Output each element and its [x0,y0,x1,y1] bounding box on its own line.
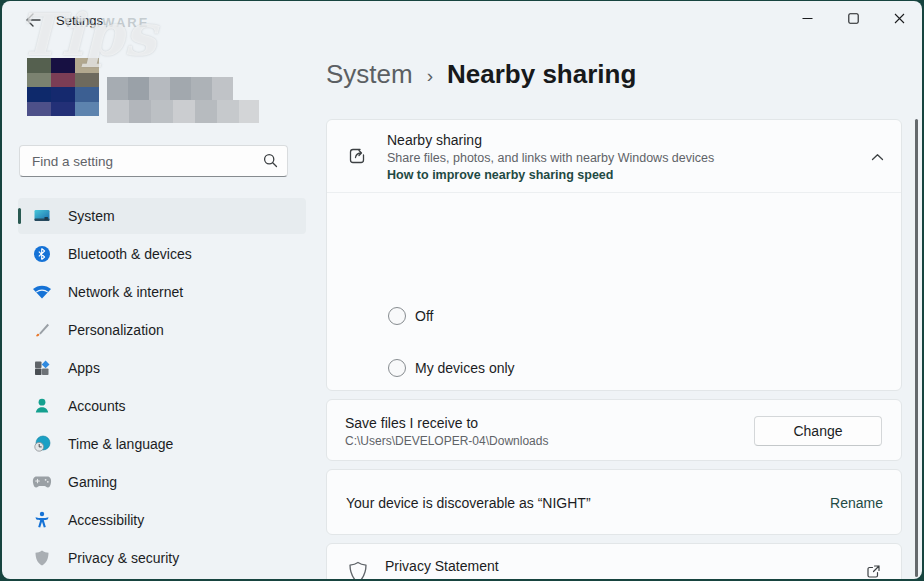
gaming-icon [32,472,52,492]
main-content: System › Nearby sharing Nearby sharing S… [326,1,902,579]
app-title: Settings [56,13,103,28]
radio-circle[interactable] [388,307,406,325]
sidebar-nav: System Bluetooth & devices Network & int… [2,196,322,578]
sidebar-item-privacy-security[interactable]: Privacy & security [18,540,306,576]
nearby-sharing-options: Off My devices only Everyone nearby [327,192,901,390]
back-button[interactable] [16,8,50,36]
privacy-statement-title: Privacy Statement [385,558,499,574]
sidebar-item-accounts[interactable]: Accounts [18,388,306,424]
privacy-statement-card[interactable]: Privacy Statement Understand how Microso… [326,543,902,579]
sidebar-item-label: Accounts [68,398,126,414]
radio-circle[interactable] [388,359,406,377]
nearby-sharing-header[interactable]: Nearby sharing Share files, photos, and … [327,120,901,192]
privacy-statement-description: Understand how Microsoft uses your data … [385,577,807,579]
radio-label: Off [415,308,433,324]
sidebar: System Bluetooth & devices Network & int… [2,41,322,579]
sidebar-item-gaming[interactable]: Gaming [18,464,306,500]
sidebar-item-label: Time & language [68,436,173,452]
change-button[interactable]: Change [754,416,882,446]
network-icon [32,282,52,302]
sidebar-item-label: Apps [68,360,100,376]
sidebar-item-label: Personalization [68,322,164,338]
radio-option-my-devices-only[interactable]: My devices only [388,357,515,379]
nearby-sharing-description: Share files, photos, and links with near… [387,151,714,165]
vertical-scrollbar[interactable] [915,119,918,577]
radio-label: My devices only [415,360,515,376]
sidebar-item-personalization[interactable]: Personalization [18,312,306,348]
discoverable-text: Your device is discoverable as “NIGHT” [346,495,591,511]
apps-icon [32,358,52,378]
nearby-sharing-title: Nearby sharing [387,132,482,148]
accessibility-icon [32,510,52,530]
share-icon [346,145,368,171]
sidebar-item-time-language[interactable]: Time & language [18,426,306,462]
time-language-icon [32,434,52,454]
search-icon[interactable] [263,153,278,172]
sidebar-item-label: Bluetooth & devices [68,246,192,262]
save-files-card: Save files I receive to C:\Users\DEVELOP… [326,399,902,461]
breadcrumb-separator-icon: › [427,65,433,87]
save-files-title: Save files I receive to [345,415,478,431]
page-title: Nearby sharing [447,59,636,90]
breadcrumb-system[interactable]: System [326,59,413,90]
sidebar-item-label: System [68,208,115,224]
improve-speed-link[interactable]: How to improve nearby sharing speed [387,168,613,182]
bluetooth-icon [32,244,52,264]
sidebar-item-network-internet[interactable]: Network & internet [18,274,306,310]
avatar[interactable] [27,58,99,116]
sidebar-item-system[interactable]: System [18,198,306,234]
search-input[interactable] [30,146,254,176]
sidebar-item-accessibility[interactable]: Accessibility [18,502,306,538]
sidebar-item-label: Network & internet [68,284,183,300]
back-arrow-icon [25,13,41,27]
rename-link[interactable]: Rename [830,495,883,511]
sidebar-item-label: Accessibility [68,512,144,528]
sidebar-item-label: Privacy & security [68,550,179,566]
save-files-path: C:\Users\DEVELOPER-04\Downloads [345,434,548,448]
shield-icon [347,561,369,579]
desktop-background: Settings THAIWARE Tips [0,0,924,581]
user-name-redacted [107,77,233,100]
search-box[interactable] [19,145,288,177]
accounts-icon [32,396,52,416]
user-email-redacted [107,100,259,123]
sidebar-item-apps[interactable]: Apps [18,350,306,386]
radio-option-off[interactable]: Off [388,305,433,327]
chevron-up-icon[interactable] [871,148,884,166]
privacy-security-icon [32,548,52,568]
external-link-icon[interactable] [866,564,881,579]
discoverable-card: Your device is discoverable as “NIGHT” R… [326,469,902,535]
settings-window: Settings THAIWARE Tips [2,1,922,579]
personalization-icon [32,320,52,340]
nearby-sharing-card: Nearby sharing Share files, photos, and … [326,119,902,391]
system-icon [32,206,52,226]
sidebar-item-bluetooth-devices[interactable]: Bluetooth & devices [18,236,306,272]
breadcrumb: System › Nearby sharing [326,59,636,90]
sidebar-item-label: Gaming [68,474,117,490]
